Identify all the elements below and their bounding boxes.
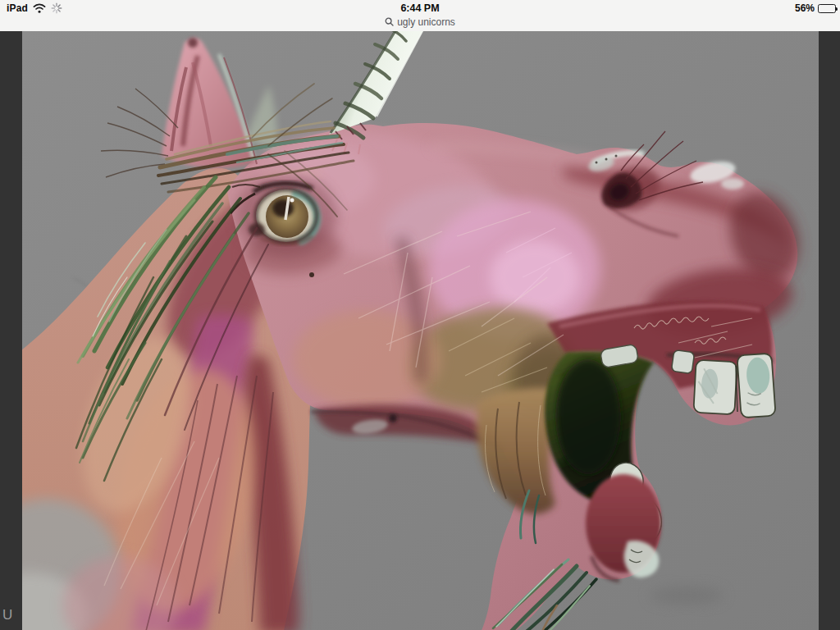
chin <box>586 474 661 581</box>
unicorn-painting <box>22 31 819 630</box>
status-bar: iPad 6:44 PM <box>0 0 840 31</box>
search-bar[interactable]: ugly unicorns <box>0 14 840 30</box>
partial-text-fragment: U <box>2 607 12 623</box>
activity-spinner-icon <box>51 2 62 14</box>
battery-percent-label: 56% <box>795 2 815 14</box>
carrier-label: iPad <box>7 2 28 14</box>
search-icon <box>385 17 394 26</box>
time-label: 6:44 PM <box>0 0 840 14</box>
unicorn-image-container[interactable] <box>22 31 819 630</box>
wifi-icon <box>33 3 46 13</box>
battery-icon <box>818 4 836 13</box>
face-mole <box>309 272 314 277</box>
page-background: U <box>0 0 840 630</box>
chin-shadow <box>650 587 724 604</box>
search-query-label: ugly unicorns <box>397 16 455 28</box>
